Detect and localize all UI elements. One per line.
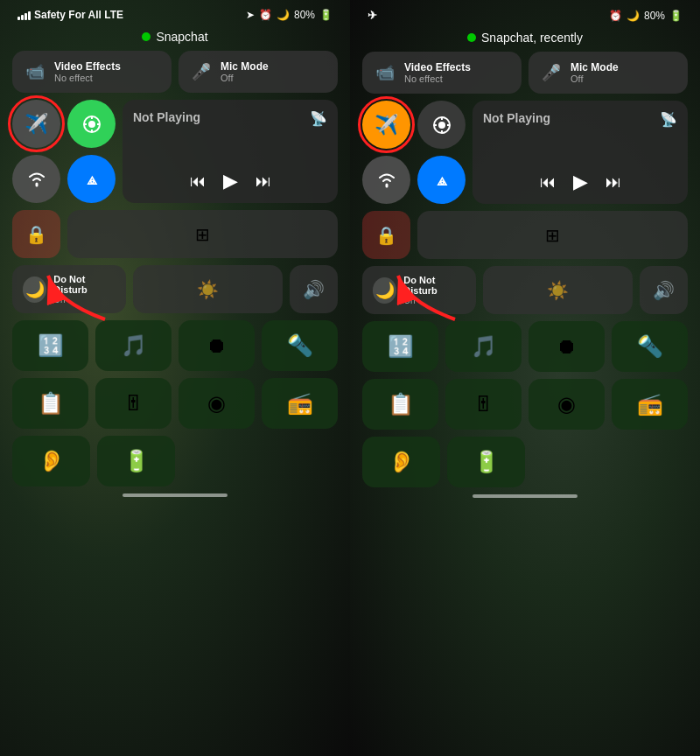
bar4	[28, 11, 31, 20]
status-right-right: ⏰ 🌙 80% 🔋	[609, 10, 682, 22]
status-left-left: Safety For All LTE	[18, 9, 123, 21]
video-effects-sub-right: No effect	[404, 74, 471, 84]
ear-tile-right[interactable]: 👂	[362, 437, 440, 487]
mic-mode-tile-right[interactable]: 🎤 Mic Mode Off	[528, 52, 688, 94]
svg-point-1	[88, 121, 95, 128]
mic-mode-sub-left: Off	[220, 73, 269, 83]
app-grid-row2-left: 📋 🎚 ◉ 📻	[12, 378, 338, 429]
dnd-tile-left[interactable]: 🌙 Do Not Disturb On	[12, 265, 126, 313]
audio-tile-left[interactable]: 🎚	[95, 378, 172, 429]
next-btn-left[interactable]: ⏭	[256, 172, 271, 191]
left-panel: Safety For All LTE ➤ ⏰ 🌙 80% 🔋 Snapchat …	[0, 0, 350, 756]
dnd-sub-left: On	[53, 295, 116, 304]
video-effects-text-left: Video Effects No effect	[54, 60, 121, 83]
audio-tile-right[interactable]: 🎚	[445, 379, 522, 430]
middle-row-left: ✈️	[12, 100, 338, 203]
shazam-tile-left[interactable]: 🎵	[95, 320, 172, 371]
svg-point-8	[438, 122, 445, 129]
brightness-tile-right[interactable]: ☀️	[483, 266, 633, 314]
next-btn-right[interactable]: ⏭	[606, 173, 621, 192]
video-effects-icon-left: 📹	[23, 60, 47, 84]
volume-tile-right[interactable]: 🔊	[640, 266, 688, 314]
home-indicator-right	[472, 494, 578, 498]
middle-row-right: ✈️	[362, 101, 688, 204]
orientation-lock-right[interactable]: 🔒	[362, 211, 410, 259]
volume-tile-left[interactable]: 🔊	[290, 265, 338, 313]
carrier-text-left: Safety For All LTE	[34, 9, 123, 21]
battery2-tile-right[interactable]: 🔋	[447, 437, 525, 487]
moon-icon-right: 🌙	[626, 10, 640, 22]
prev-btn-left[interactable]: ⏮	[190, 172, 206, 191]
video-effects-tile-left[interactable]: 📹 Video Effects No effect	[12, 51, 172, 93]
np-title-right: Not Playing	[483, 111, 550, 125]
mic-mode-icon-right: 🎤	[539, 60, 564, 85]
camera-tile-right[interactable]: ⏺	[528, 321, 605, 372]
flashlight-tile-right[interactable]: 🔦	[612, 321, 688, 372]
shazam-tile-right[interactable]: 🎵	[445, 321, 522, 372]
mic-mode-tile-left[interactable]: 🎤 Mic Mode Off	[178, 51, 338, 93]
prev-btn-right[interactable]: ⏮	[540, 173, 556, 192]
play-btn-left[interactable]: ▶	[223, 170, 238, 192]
util-row1-right: 🔒 ⊞	[362, 211, 688, 259]
magnifier-tile-right[interactable]: ◉	[528, 379, 605, 430]
dnd-tile-right[interactable]: 🌙 Do Not Disturb On	[362, 266, 476, 314]
airplane-btn-right[interactable]: ✈️	[362, 101, 410, 149]
screen-mirror-right[interactable]: ⊞	[417, 211, 688, 259]
top-row-left: 📹 Video Effects No effect 🎤 Mic Mode Off	[12, 51, 338, 93]
mic-mode-sub-right: Off	[570, 74, 619, 84]
location-icon-left: ➤	[246, 9, 255, 21]
snapchat-dot-right	[467, 33, 476, 42]
airplay-icon-right[interactable]: 📡	[660, 111, 677, 128]
cellular-btn-right[interactable]	[417, 101, 466, 149]
spacer-right	[532, 437, 688, 487]
np-header-left: Not Playing 📡	[133, 110, 327, 127]
battery2-tile-left[interactable]: 🔋	[97, 436, 175, 486]
wifi-btn-left[interactable]	[12, 155, 60, 203]
flashlight-tile-left[interactable]: 🔦	[262, 320, 338, 371]
dnd-row-right: 🌙 Do Not Disturb On ☀️ 🔊	[362, 266, 688, 314]
play-btn-right[interactable]: ▶	[573, 171, 588, 193]
top-row-right: 📹 Video Effects No effect 🎤 Mic Mode Off	[362, 52, 688, 94]
bluetooth-btn-left[interactable]: ⟁	[67, 155, 116, 203]
camera-tile-left[interactable]: ⏺	[178, 320, 255, 371]
airplay-icon-left[interactable]: 📡	[310, 110, 327, 127]
alarm-icon-left: ⏰	[259, 9, 272, 21]
cc-grid-right: 📹 Video Effects No effect 🎤 Mic Mode Off	[362, 52, 688, 487]
remote-tile-right[interactable]: 📻	[612, 379, 688, 430]
status-bar-left: Safety For All LTE ➤ ⏰ 🌙 80% 🔋	[12, 0, 338, 26]
magnifier-tile-left[interactable]: ◉	[178, 378, 255, 429]
video-effects-text-right: Video Effects No effect	[404, 61, 471, 84]
remote-tile-left[interactable]: 📻	[262, 378, 338, 429]
snapchat-label-right: Snapchat, recently	[481, 31, 583, 45]
app-grid-row1-left: 🔢 🎵 ⏺ 🔦	[12, 320, 338, 371]
app-grid-row3-left: 👂 🔋	[12, 436, 338, 486]
video-effects-tile-right[interactable]: 📹 Video Effects No effect	[362, 52, 522, 94]
screen-mirror-left[interactable]: ⊞	[67, 210, 338, 258]
now-playing-right: Not Playing 📡 ⏮ ▶ ⏭	[472, 101, 688, 204]
calc-tile-left[interactable]: 🔢	[12, 320, 88, 371]
wifi-btn-right[interactable]	[362, 156, 410, 204]
calc-tile-right[interactable]: 🔢	[362, 321, 438, 372]
dnd-title-right: Do Not Disturb	[403, 275, 466, 296]
airplane-btn-left[interactable]: ✈️	[12, 100, 60, 148]
dnd-title-left: Do Not Disturb	[53, 274, 116, 295]
status-right-left: ➤ ⏰ 🌙 80% 🔋	[246, 9, 332, 21]
brightness-tile-left[interactable]: ☀️	[133, 265, 283, 313]
np-title-left: Not Playing	[133, 110, 200, 124]
video-effects-title-right: Video Effects	[404, 61, 471, 74]
bar2	[21, 15, 24, 20]
mic-mode-title-left: Mic Mode	[220, 60, 269, 73]
ear-tile-left[interactable]: 👂	[12, 436, 90, 486]
notes-tile-left[interactable]: 📋	[12, 378, 88, 429]
battery-icon-right: 🔋	[669, 10, 682, 22]
spacer-left	[182, 436, 338, 486]
cellular-btn-left[interactable]	[67, 100, 116, 148]
orientation-lock-left[interactable]: 🔒	[12, 210, 60, 258]
bluetooth-btn-right[interactable]: ⟁	[417, 156, 466, 204]
app-title-left: Snapchat	[12, 26, 338, 51]
right-panel: ✈ ⏰ 🌙 80% 🔋 Snapchat, recently 📹 Video E…	[350, 0, 700, 756]
notes-tile-right[interactable]: 📋	[362, 379, 438, 430]
status-bar-right: ✈ ⏰ 🌙 80% 🔋	[362, 0, 688, 27]
np-controls-right: ⏮ ▶ ⏭	[483, 171, 677, 193]
mic-mode-icon-left: 🎤	[189, 60, 214, 84]
